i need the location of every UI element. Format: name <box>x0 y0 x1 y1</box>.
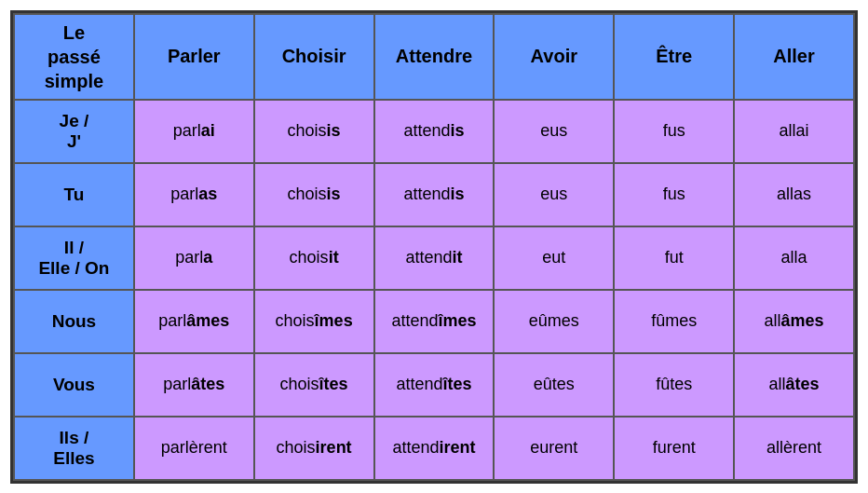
cell-prefix: attend <box>396 375 442 393</box>
data-cell: choisirent <box>254 417 374 480</box>
cell-bold: is <box>327 185 341 203</box>
cell-prefix: chois <box>288 185 327 203</box>
subject-cell: Vous <box>14 353 134 417</box>
data-cell: fus <box>614 100 734 163</box>
data-cell: eut <box>494 226 614 290</box>
data-cell: fûtes <box>614 353 734 417</box>
subject-cell: Nous <box>14 290 134 353</box>
data-cell: allèrent <box>734 417 854 480</box>
data-cell: parlâtes <box>134 353 254 417</box>
data-cell: choisis <box>254 163 374 226</box>
cell-prefix: chois <box>276 311 315 330</box>
cell-prefix: chois <box>290 248 329 267</box>
header-attendre: Attendre <box>374 14 495 100</box>
cell-prefix: parl <box>170 185 198 203</box>
cell-bold: îtes <box>442 375 471 393</box>
cell-text: alla <box>781 248 807 267</box>
cell-prefix: chois <box>280 375 319 393</box>
cell-prefix: parl <box>173 121 201 140</box>
data-cell: attendit <box>374 226 495 290</box>
cell-bold: a <box>203 248 212 267</box>
cell-bold: âmes <box>781 311 824 330</box>
cell-text: fut <box>665 248 684 267</box>
header-etre: Être <box>614 14 734 100</box>
cell-text: eûmes <box>529 311 579 330</box>
table-title: Lepassésimple <box>45 22 103 91</box>
data-cell: alla <box>734 226 854 290</box>
cell-text: eurent <box>530 438 577 457</box>
cell-prefix: parl <box>163 375 191 393</box>
cell-bold: îtes <box>319 375 348 393</box>
cell-bold: is <box>450 121 464 140</box>
cell-prefix: chois <box>277 438 316 457</box>
cell-text: eut <box>542 248 565 267</box>
cell-bold: îmes <box>315 311 353 330</box>
header-parler: Parler <box>134 14 254 100</box>
data-cell: allâtes <box>734 353 854 417</box>
subject-cell: Ils /Elles <box>14 417 134 480</box>
cell-text: fus <box>663 185 685 203</box>
cell-prefix: parl <box>175 248 203 267</box>
cell-text: eus <box>540 121 567 140</box>
cell-bold: irent <box>439 438 475 457</box>
cell-bold: irent <box>316 438 352 457</box>
cell-text: allas <box>777 185 811 203</box>
cell-prefix: all <box>765 311 781 330</box>
cell-bold: âtes <box>786 375 820 393</box>
data-cell: attendis <box>374 163 495 226</box>
cell-bold: âmes <box>186 311 229 330</box>
data-cell: choisîtes <box>254 353 374 417</box>
cell-text: fûtes <box>656 375 692 393</box>
data-cell: eurent <box>494 417 614 480</box>
cell-bold: is <box>327 121 341 140</box>
header-choisir: Choisir <box>254 14 374 100</box>
data-cell: parlâmes <box>134 290 254 353</box>
cell-bold: it <box>329 248 339 267</box>
cell-prefix: attend <box>405 248 452 267</box>
data-cell: eûmes <box>494 290 614 353</box>
data-cell: attendis <box>374 100 495 163</box>
data-cell: fut <box>614 226 734 290</box>
data-cell: parlas <box>134 163 254 226</box>
cell-text: furent <box>653 438 696 457</box>
data-cell: furent <box>614 417 734 480</box>
header-avoir: Avoir <box>494 14 614 100</box>
data-cell: fus <box>614 163 734 226</box>
cell-text: eus <box>540 185 567 203</box>
cell-prefix: all <box>769 375 786 393</box>
table-row: Il /Elle / Onparlachoisitattenditeutfuta… <box>14 226 854 290</box>
cell-prefix: parl <box>158 311 186 330</box>
header-row: Lepassésimple Parler Choisir Attendre Av… <box>14 14 854 100</box>
cell-text: eûtes <box>534 375 575 393</box>
data-cell: attendîtes <box>374 353 495 417</box>
cell-bold: ai <box>201 121 215 140</box>
header-aller: Aller <box>734 14 854 100</box>
cell-text: allai <box>780 121 809 140</box>
cell-prefix: attend <box>403 121 450 140</box>
data-cell: fûmes <box>614 290 734 353</box>
data-cell: allâmes <box>734 290 854 353</box>
cell-text: fûmes <box>651 311 697 330</box>
table-row: Vousparlâteschoisîtesattendîteseûtesfûte… <box>14 353 854 417</box>
conjugation-table: Lepassésimple Parler Choisir Attendre Av… <box>10 10 858 484</box>
cell-prefix: chois <box>288 121 327 140</box>
cell-prefix: attend <box>403 185 450 203</box>
subject-cell: Tu <box>14 163 134 226</box>
cell-bold: it <box>452 248 462 267</box>
data-cell: choisit <box>254 226 374 290</box>
cell-prefix: attend <box>392 438 439 457</box>
data-cell: allai <box>734 100 854 163</box>
cell-prefix: attend <box>391 311 438 330</box>
data-cell: attendirent <box>374 417 495 480</box>
data-cell: eûtes <box>494 353 614 417</box>
cell-bold: âtes <box>191 375 224 393</box>
table-row: Je /J'parlaichoisisattendiseusfusallai <box>14 100 854 163</box>
cell-text: parlèrent <box>161 438 227 457</box>
data-cell: choisîmes <box>254 290 374 353</box>
cell-text: allèrent <box>766 438 821 457</box>
data-cell: attendîmes <box>374 290 495 353</box>
cell-bold: is <box>450 185 464 203</box>
table-row: Tuparlaschoisisattendiseusfusallas <box>14 163 854 226</box>
data-cell: parlai <box>134 100 254 163</box>
data-cell: allas <box>734 163 854 226</box>
